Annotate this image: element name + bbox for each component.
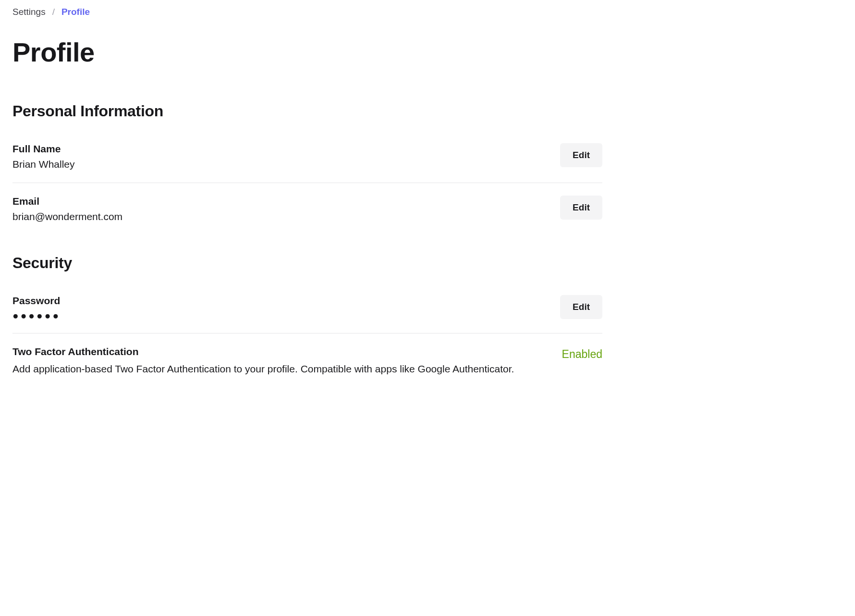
edit-password-button[interactable]: Edit [560, 295, 602, 319]
security-heading: Security [12, 254, 602, 272]
two-factor-status-badge: Enabled [562, 346, 602, 361]
breadcrumb-settings-link[interactable]: Settings [12, 7, 46, 17]
personal-information-section: Personal Information Full Name Brian Wha… [12, 102, 602, 235]
full-name-value: Brian Whalley [12, 159, 560, 170]
password-label: Password [12, 295, 560, 307]
edit-email-button[interactable]: Edit [560, 196, 602, 220]
password-row: Password ●●●●●● Edit [12, 295, 602, 333]
edit-full-name-button[interactable]: Edit [560, 143, 602, 167]
two-factor-description: Add application-based Two Factor Authent… [12, 361, 562, 377]
breadcrumb-separator: / [52, 7, 55, 17]
password-value: ●●●●●● [12, 310, 560, 320]
breadcrumb-current: Profile [61, 7, 90, 17]
full-name-label: Full Name [12, 143, 560, 155]
two-factor-row: Two Factor Authentication Add applicatio… [12, 346, 602, 390]
page-title: Profile [12, 37, 602, 68]
email-row: Email brian@wonderment.com Edit [12, 196, 602, 235]
email-value: brian@wonderment.com [12, 211, 560, 222]
full-name-row: Full Name Brian Whalley Edit [12, 143, 602, 183]
security-section: Security Password ●●●●●● Edit Two Factor… [12, 254, 602, 390]
personal-information-heading: Personal Information [12, 102, 602, 120]
email-label: Email [12, 196, 560, 207]
two-factor-label: Two Factor Authentication [12, 346, 562, 357]
breadcrumb: Settings / Profile [12, 7, 602, 17]
